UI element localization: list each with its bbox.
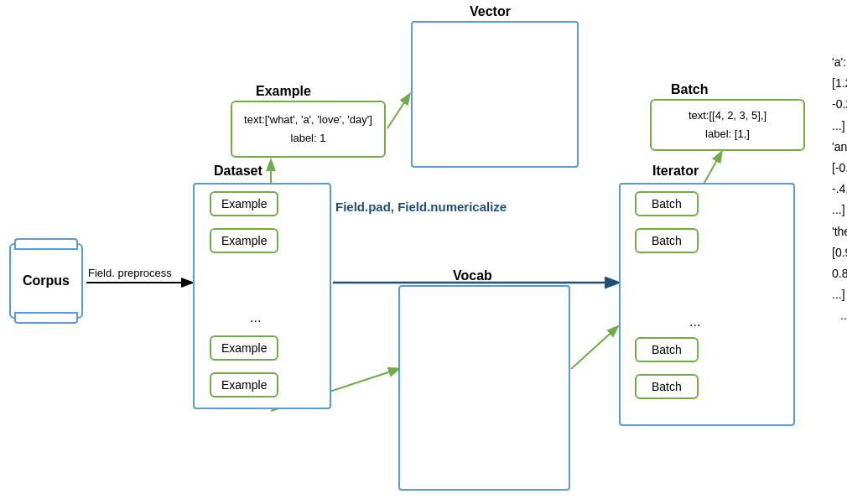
batch-box-content: text:[[4, 2, 3, 5],] label: [1,] bbox=[689, 107, 766, 143]
batch-box: text:[[4, 2, 3, 5],] label: [1,] bbox=[650, 99, 805, 151]
batch-box-title: Batch bbox=[671, 82, 708, 97]
dataset-example-4: Example bbox=[210, 372, 278, 397]
dataset-dots: ... bbox=[250, 310, 261, 325]
field-pad-label: Field.pad, Field.numericalize bbox=[335, 200, 507, 214]
vector-content: 'a':[1.2, -0.2, ...] 'an':[-0.3, -.4, ..… bbox=[832, 52, 847, 326]
vector-line3: 'the':[0.9, 0.8, ...] bbox=[832, 221, 847, 306]
example-line2: label: 1 bbox=[291, 132, 326, 144]
dataset-title: Dataset bbox=[214, 164, 262, 179]
batch-line2: label: [1,] bbox=[705, 127, 750, 140]
vector-line2: 'an':[-0.3, -.4, ...] bbox=[832, 137, 847, 221]
iterator-items: Batch Batch bbox=[635, 191, 699, 253]
field-preprocess-label: Field. preprocess bbox=[88, 267, 172, 279]
corpus-scroll: Corpus bbox=[9, 243, 83, 319]
vector-box: 'a':[1.2, -0.2, ...] 'an':[-0.3, -.4, ..… bbox=[411, 21, 579, 168]
iterator-batch-1: Batch bbox=[635, 191, 699, 216]
corpus-container: Corpus bbox=[8, 243, 84, 319]
vocab-title: Vocab bbox=[453, 268, 492, 283]
iterator-title: Iterator bbox=[652, 164, 699, 179]
corpus-label: Corpus bbox=[23, 273, 70, 288]
svg-line-2 bbox=[387, 95, 409, 128]
iterator-items-lower: Batch Batch bbox=[635, 337, 699, 399]
dataset-example-2: Example bbox=[210, 228, 278, 253]
iterator-dots: ... bbox=[689, 314, 700, 330]
dataset-items: Example Example bbox=[210, 191, 278, 253]
example-box-title: Example bbox=[256, 84, 311, 99]
vocab-box: '<pad>': 0 '<unk>':1 'a':2 'love':3 'wha… bbox=[398, 285, 570, 491]
iterator-batch-3: Batch bbox=[635, 337, 699, 362]
svg-line-5 bbox=[571, 327, 617, 369]
iterator-batch-2: Batch bbox=[635, 228, 699, 253]
vector-line1: 'a':[1.2, -0.2, ...] bbox=[832, 52, 847, 137]
example-line1: text:['what', 'a', 'love', 'day'] bbox=[244, 113, 372, 126]
example-box-content: text:['what', 'a', 'love', 'day'] label:… bbox=[244, 111, 372, 148]
dataset-example-1: Example bbox=[210, 191, 278, 216]
batch-line1: text:[[4, 2, 3, 5],] bbox=[689, 109, 766, 122]
vector-dots: ... bbox=[832, 305, 847, 326]
vector-title: Vector bbox=[470, 4, 511, 19]
dataset-example-3: Example bbox=[210, 335, 278, 361]
iterator-batch-4: Batch bbox=[635, 374, 699, 399]
example-box: text:['what', 'a', 'love', 'day'] label:… bbox=[231, 101, 386, 158]
dataset-items-lower: Example Example bbox=[210, 335, 278, 397]
